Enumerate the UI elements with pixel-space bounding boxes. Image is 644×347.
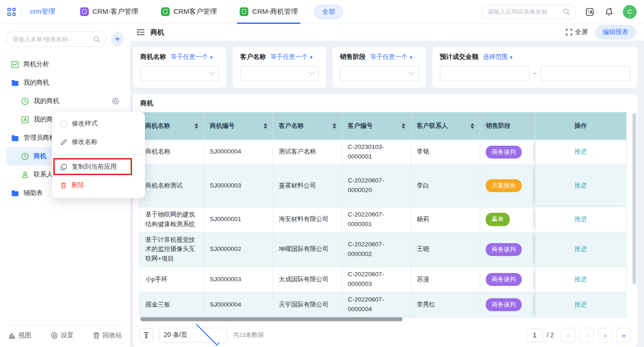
horizontal-scrollbar[interactable] [140,317,402,321]
edit-report-button[interactable]: 编辑报表 [595,25,636,40]
filter-value-select[interactable] [240,66,319,81]
item-label: 管理员商机 [23,134,56,142]
amount-min-input[interactable] [440,66,529,81]
advance-link[interactable]: 推进 [575,182,587,189]
filter-value-select[interactable] [340,66,419,81]
menu-item-rename[interactable]: 修改名称 [52,133,145,151]
menu-item-edit-style[interactable]: 修改样式 [52,114,145,133]
item-label: 我的商机 [34,97,59,105]
folder-icon [11,190,19,197]
cell-code: SJ0000004 [204,292,273,318]
page-title: 商机 [150,28,164,37]
search-icon [563,8,570,15]
menu-item-copy-to-current-app[interactable]: 复制到当前应用 [52,158,145,176]
divider [21,8,22,16]
col-customer-code[interactable]: 客户编号 [342,112,411,140]
filter-label: 预计成交金额 [440,53,478,61]
table-section-title: 商机 [140,99,631,108]
last-page-button[interactable]: » [616,328,631,342]
clock-icon [21,153,29,160]
sidebar-item-my-opportunities-folder[interactable]: 我的商机 [6,74,124,92]
pencil-icon [60,139,67,146]
sort-icon[interactable] [471,123,474,129]
advance-link[interactable]: 推进 [575,245,587,252]
amount-max-input[interactable] [540,66,630,81]
cell-customer: 海安材料有限公司 [273,207,342,232]
bar-chart-icon [8,332,16,339]
table-row[interactable]: 小p手环 SJ0000003 大成国际有限公司 C-20220607-00000… [140,267,627,292]
global-search-input[interactable] [488,8,559,15]
opportunity-table-card: 商机 商机名称 商机编号 客户名称 客户编号 客户联系人 销售阶段 操作 [133,94,638,347]
filter-label: 商机名称 [140,53,166,61]
menu-item-delete[interactable]: 删除 [52,176,145,194]
tab-crm-customer-mgmt-2[interactable]: CRM客户管理 [155,0,223,24]
menu-item-label: 修改样式 [72,119,98,128]
cell-contact: 苏漫 [411,267,480,292]
cell-code: SJ0000004 [204,140,273,165]
cell-actions: 推进 [535,140,627,165]
next-page-button[interactable]: › [598,328,613,342]
sort-icon[interactable] [333,123,336,129]
advance-link[interactable]: 推进 [575,216,587,222]
filter-operator-dropdown[interactable]: 选择范围▼ [483,53,513,61]
sort-icon[interactable] [264,123,267,129]
sidebar-item-my-opportunities[interactable]: 我的商机 [6,92,124,110]
topbar: crm管理 CRM-客户管理 CRM客户管理 CRM-商机管理 全部 [0,0,644,24]
page-size-select[interactable]: 20 条/页 [159,328,228,342]
filter-operator-dropdown[interactable]: 等于任意一个▼ [370,53,413,61]
fullscreen-button[interactable]: 全屏 [566,28,588,36]
user-avatar[interactable]: C [623,5,637,19]
tab-label: CRM客户管理 [173,7,217,16]
vertical-scrollbar[interactable] [632,113,636,284]
settings-icon[interactable] [112,97,119,105]
tab-crm-customer-mgmt-1[interactable]: CRM-客户管理 [74,0,144,24]
sort-icon[interactable] [402,123,405,129]
cell-code: SJ0000002 [204,232,273,267]
contacts-book-icon[interactable] [584,6,595,17]
table-row[interactable]: 基于物联网的建筑结构健康检测系统 SJ0000001 海安材料有限公司 C-20… [140,207,627,232]
tab-crm-opportunity-mgmt[interactable]: CRM-商机管理 [233,0,304,24]
cell-customer: 大成国际有限公司 [273,267,342,292]
first-page-button[interactable]: « [561,328,576,342]
col-actions: 操作 [535,112,627,140]
table-row[interactable]: 商机名称 SJ0000004 测试客户名称 C-20230103-0000001… [140,140,627,165]
add-form-button[interactable]: + [111,32,124,46]
col-customer-name[interactable]: 客户名称 [273,112,342,140]
views-button[interactable]: 视图 [8,331,31,340]
col-sales-stage: 销售阶段 [480,112,535,140]
filter-operator-dropdown[interactable]: 等于任意一个▼ [270,53,313,61]
sidebar-search-input[interactable] [12,36,93,43]
menu-fold-icon[interactable] [137,28,145,36]
gear-icon [51,332,58,339]
all-apps-button[interactable]: 全部 [314,5,343,19]
table-row[interactable]: 基于计算机视觉技术的监控摄像头互联网+项目 SJ0000002 坤曜国际有限公司… [140,232,627,267]
global-search[interactable] [482,5,576,19]
advance-link[interactable]: 推进 [575,276,587,283]
row-height-button[interactable] [139,328,153,342]
col-opportunity-name[interactable]: 商机名称 [140,112,204,140]
folder-icon [11,80,19,86]
cell-stage: 赢单 [480,207,535,232]
sidebar-search[interactable] [6,31,106,47]
filter-value-select[interactable] [140,66,219,81]
cell-actions: 推进 [535,165,627,207]
advance-link[interactable]: 推进 [575,148,587,155]
workspace-link[interactable]: crm管理 [30,7,55,16]
sidebar-item-opportunity-analysis[interactable]: 商机分析 [6,55,124,74]
table-row[interactable]: 掘金三板 SJ0000004 天宇国际有限公司 C-20220607-00000… [140,292,627,318]
sort-icon[interactable] [195,123,198,129]
settings-button[interactable]: 设置 [51,331,74,340]
current-page-input[interactable]: 1 [526,329,543,342]
advance-link[interactable]: 推进 [575,301,587,308]
recycle-bin-button[interactable]: 回收站 [93,331,122,340]
table-row[interactable]: 商机名称测试 SJ0000003 蔓霍材料公司 C-20220607-00000… [140,165,627,207]
prev-page-button[interactable]: ‹ [580,328,594,342]
cell-customer-code: C-20230103-0000001 [342,140,411,165]
apps-grid-icon[interactable] [7,8,16,16]
col-opportunity-code[interactable]: 商机编号 [204,112,273,140]
filter-sales-stage: 销售阶段 等于任意一个▼ [333,47,426,88]
col-customer-contact[interactable]: 客户联系人 [411,112,480,140]
notifications-bell-icon[interactable] [604,6,615,17]
cell-customer-code: C-20220607-0000004 [342,292,411,318]
filter-operator-dropdown[interactable]: 等于任意一个▼ [171,53,213,61]
